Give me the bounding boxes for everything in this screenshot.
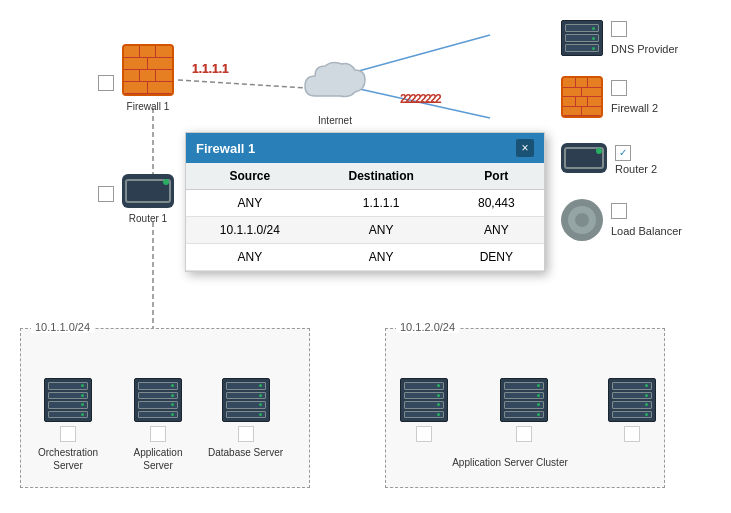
firewall-rules-table: Source Destination Port ANY 1.1.1.1 80,4… [186,163,544,271]
right-panel: DNS Provider Firewall 2 [561,10,721,241]
router1-checkbox[interactable] [98,186,114,206]
application-server-label: Application Server [118,446,198,472]
col-port: Port [449,163,544,190]
load-balancer-checkbox[interactable] [611,203,627,219]
subnet1-label: 10.1.1.0/24 [31,321,94,333]
row3-dest: ANY [314,244,449,271]
table-row: ANY ANY DENY [186,244,544,271]
subnet2-label: 10.1.2.0/24 [396,321,459,333]
col-source: Source [186,163,314,190]
router1-icon [122,174,174,208]
router2-checkbox[interactable]: ✓ [615,145,631,161]
modal-title: Firewall 1 [196,141,255,156]
cluster-server2-icon [500,378,548,422]
row3-port: DENY [449,244,544,271]
orchestration-server-icon [44,378,92,422]
router2-item: ✓ Router 2 [561,142,721,175]
database-server-node[interactable]: Database Server [208,378,283,459]
row1-port: 80,443 [449,190,544,217]
application-server-node[interactable]: Application Server [118,378,198,472]
cluster-server3-node[interactable] [608,378,656,442]
firewall1-check-icon [98,75,114,91]
dns-checkbox[interactable] [611,21,627,37]
svg-line-0 [178,80,305,88]
diagram-container: 1.1.1.1 2.2.2.2 Firewall 1 Internet [0,0,731,513]
cluster-label: Application Server Cluster [430,456,590,469]
row2-port: ANY [449,217,544,244]
dns-server-icon [561,20,603,56]
firewall2-item: Firewall 2 [561,76,721,118]
col-destination: Destination [314,163,449,190]
dns-provider-item: DNS Provider [561,20,721,56]
firewall2-checkbox[interactable] [611,80,627,96]
router2-label: Router 2 [615,163,657,175]
dns-label: DNS Provider [611,43,678,55]
ip1-label: 1.1.1.1 [192,62,229,76]
orchestration-server-node[interactable]: Orchestration Server [28,378,108,472]
cloud-icon [300,54,370,110]
orchestration-server-label: Orchestration Server [28,446,108,472]
load-balancer-label: Load Balancer [611,225,682,237]
router1-node[interactable]: Router 1 [122,174,174,225]
ip2-label: 2.2.2.2 [400,92,437,106]
table-row: 10.1.1.0/24 ANY ANY [186,217,544,244]
cluster-server2-node[interactable] [500,378,548,442]
svg-line-1 [355,35,490,72]
modal-close-button[interactable]: × [516,139,534,157]
database-server-label: Database Server [208,446,283,459]
modal-header: Firewall 1 × [186,133,544,163]
firewall1-checkbox[interactable] [98,75,114,95]
cluster-server1-node[interactable] [400,378,448,442]
firewall2-label: Firewall 2 [611,102,658,114]
database-server-icon [222,378,270,422]
router1-label: Router 1 [129,212,167,225]
firewall1-node[interactable]: Firewall 1 [122,44,174,113]
cluster-server1-icon [400,378,448,422]
internet-label: Internet [318,114,352,127]
row1-dest: 1.1.1.1 [314,190,449,217]
cluster-server3-icon [608,378,656,422]
row1-source: ANY [186,190,314,217]
row2-source: 10.1.1.0/24 [186,217,314,244]
table-row: ANY 1.1.1.1 80,443 [186,190,544,217]
load-balancer-item: Load Balancer [561,199,721,241]
router1-check-icon [98,186,114,202]
internet-node: Internet [300,54,370,127]
firewall1-icon [122,44,174,96]
firewall1-label: Firewall 1 [127,100,170,113]
row2-dest: ANY [314,217,449,244]
application-server-icon [134,378,182,422]
load-balancer-icon [561,199,603,241]
firewall2-icon [561,76,603,118]
firewall1-modal: Firewall 1 × Source Destination Port ANY… [185,132,545,272]
row3-source: ANY [186,244,314,271]
router2-icon [561,143,607,173]
